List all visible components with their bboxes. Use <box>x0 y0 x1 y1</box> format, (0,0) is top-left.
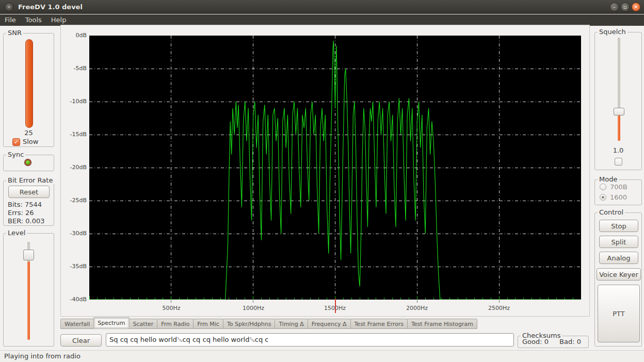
snr-slow-checkbox[interactable]: ✓ <box>12 138 20 146</box>
mode-radio-1600[interactable] <box>600 194 606 201</box>
squelch-group-label: Squelch <box>598 28 627 36</box>
level-group-label: Level <box>6 229 27 237</box>
tab-frm-mic[interactable]: Frm Mic <box>193 319 223 329</box>
titlebar[interactable]: FreeDV 1.0 devel – ▫ ✕ <box>0 0 644 14</box>
ptt-button[interactable]: PTT <box>598 285 640 342</box>
reset-button[interactable]: Reset <box>8 186 50 198</box>
sync-group: Sync <box>3 155 54 171</box>
menu-file[interactable]: File <box>0 14 21 26</box>
x-axis-tick <box>171 300 171 303</box>
tab-timing-delta[interactable]: Timing Δ <box>275 319 308 329</box>
checksums-bad: Bad: 0 <box>559 338 581 345</box>
rx-text-field[interactable]: Sq cq cq hello world␚cq cq cq hello worl… <box>106 333 514 347</box>
status-bar: Playing into from radio <box>0 350 644 362</box>
spectrum-plot[interactable] <box>89 36 581 300</box>
y-tick-label: -40dB <box>61 296 87 303</box>
control-group: Control Stop Split Analog Voice Keyer PT… <box>594 212 642 347</box>
squelch-value: 1.0 <box>595 146 641 154</box>
menu-help[interactable]: Help <box>46 14 71 26</box>
y-tick-label: -20dB <box>61 164 87 171</box>
minimize-button[interactable]: – <box>610 3 619 11</box>
center-frequency-marker <box>335 299 336 313</box>
checksums-group: Checksums Good: 0 Bad: 0 <box>518 336 589 348</box>
x-axis-tick <box>417 300 417 303</box>
voice-keyer-button[interactable]: Voice Keyer <box>597 268 641 281</box>
x-tick-label: 2000Hz <box>400 305 433 311</box>
y-tick-label: 0dB <box>61 32 87 39</box>
snr-slow-label: Slow <box>23 138 38 145</box>
y-tick-label: -30dB <box>61 230 87 237</box>
freedv-window: FreeDV 1.0 devel – ▫ ✕ File Tools Help S… <box>0 0 644 362</box>
snr-gauge <box>25 39 33 128</box>
snr-group-label: SNR <box>6 29 23 37</box>
tab-frequency-delta[interactable]: Frequency Δ <box>308 319 351 329</box>
y-tick-label: -5dB <box>61 65 87 72</box>
menubar: File Tools Help <box>0 14 644 26</box>
level-slider-fill <box>27 261 30 340</box>
spectrum-plot-panel: 0dB -5dB -10dB -15dB -20dB -25dB -30dB -… <box>60 25 590 317</box>
x-axis-tick <box>499 300 500 303</box>
split-button[interactable]: Split <box>599 236 638 248</box>
sync-group-label: Sync <box>6 151 25 158</box>
y-tick-label: -35dB <box>61 263 87 270</box>
window-title: FreeDV 1.0 devel <box>18 0 83 14</box>
tab-test-frame-errors[interactable]: Test Frame Errors <box>350 319 408 329</box>
stop-button[interactable]: Stop <box>599 220 638 232</box>
menu-tools[interactable]: Tools <box>21 14 46 26</box>
y-tick-label: -10dB <box>61 98 87 105</box>
x-tick-label: 500Hz <box>155 305 188 311</box>
y-tick-label: -25dB <box>61 197 87 204</box>
sync-led-icon <box>25 159 31 166</box>
ber-bits: Bits: 7544 <box>8 201 42 208</box>
level-slider-handle[interactable] <box>23 250 34 260</box>
squelch-slider-handle[interactable] <box>614 108 624 116</box>
tab-test-frame-histogram[interactable]: Test Frame Histogram <box>407 319 477 329</box>
y-tick-label: -15dB <box>61 131 87 138</box>
mode-700b-label: 700B <box>610 183 627 191</box>
checksums-good: Good: 0 <box>522 338 549 345</box>
maximize-button[interactable]: ▫ <box>621 3 630 11</box>
tab-to-spkr-hdphns[interactable]: To Spkr/Hdphns <box>223 319 276 329</box>
level-group: Level <box>3 233 54 347</box>
app-icon <box>5 3 13 11</box>
analog-button[interactable]: Analog <box>599 252 638 264</box>
control-group-label: Control <box>598 208 625 216</box>
tab-spectrum[interactable]: Spectrum <box>93 317 129 329</box>
tab-frm-radio[interactable]: Frm Radio <box>157 319 194 329</box>
plot-tabs: Waterfall Spectrum Scatter Frm Radio Frm… <box>60 317 590 329</box>
ber-value: BER: 0.003 <box>8 217 45 225</box>
x-tick-label: 2500Hz <box>482 305 516 311</box>
ber-group-label: Bit Error Rate <box>6 176 54 184</box>
ber-group: Bit Error Rate Reset Bits: 7544 Errs: 26… <box>3 180 54 226</box>
close-button[interactable]: ✕ <box>632 3 640 11</box>
mode-1600-label: 1600 <box>610 193 627 201</box>
squelch-checkbox[interactable] <box>615 158 622 166</box>
snr-value: 25 <box>4 129 54 137</box>
mode-group-label: Mode <box>598 175 619 183</box>
x-axis-tick <box>253 300 253 303</box>
mode-group: Mode 700B 1600 <box>594 179 642 205</box>
tab-waterfall[interactable]: Waterfall <box>60 319 94 329</box>
clear-button[interactable]: Clear <box>60 334 102 347</box>
snr-group: SNR 25 ✓ Slow <box>3 33 54 147</box>
ber-errs: Errs: 26 <box>8 209 34 217</box>
mode-radio-700b[interactable] <box>600 184 606 190</box>
x-tick-label: 1000Hz <box>237 305 270 311</box>
squelch-group: Squelch 1.0 <box>594 32 642 170</box>
spectrum-svg <box>89 36 581 300</box>
squelch-slider-fill <box>618 115 620 141</box>
tab-scatter[interactable]: Scatter <box>129 319 158 329</box>
